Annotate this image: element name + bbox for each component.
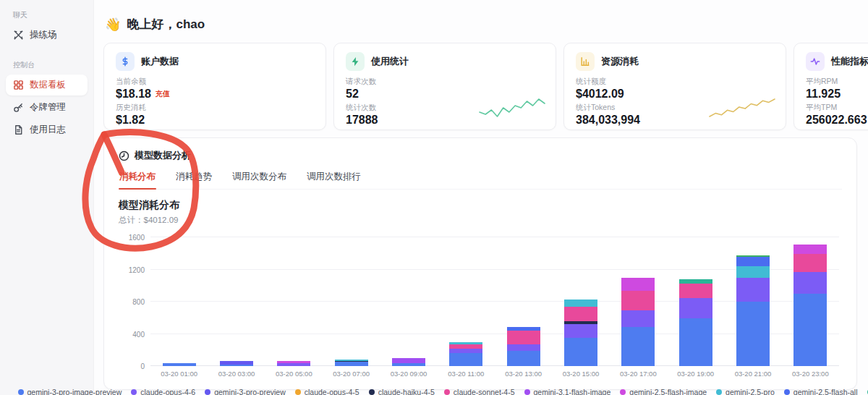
- bar-segment-gemini-2.5-flash-all: [736, 257, 770, 266]
- bar-03-20 13:00: [507, 327, 540, 366]
- stat-card-title: 性能指标: [831, 55, 868, 68]
- greeting: 👋 晚上好，chao: [105, 16, 868, 33]
- tab-call-count-ranking[interactable]: 调用次数排行: [306, 171, 362, 189]
- dollar-icon: [116, 52, 135, 71]
- bar-segment-gemini-3-pro-image-preview: [736, 302, 770, 366]
- legend-label: gemini-2.5-flash-all: [793, 388, 858, 395]
- legend-item-claude-opus-4-6[interactable]: claude-opus-4-6: [131, 388, 195, 395]
- legend-dot: [620, 389, 626, 395]
- bar-segment-gemini-3-pro-image-preview: [679, 318, 712, 366]
- y-tick-label: 0: [140, 362, 145, 370]
- bar-segment-claude-opus-4-6: [449, 349, 482, 354]
- chart-total: 总计：$4012.09: [119, 215, 842, 226]
- bar-segment-gemini-3-pro-image-preview: [793, 294, 827, 366]
- sidebar-item-token-management[interactable]: 令牌管理: [6, 97, 88, 118]
- stat-card-title: 使用统计: [371, 55, 409, 68]
- bar-03-20 11:00: [449, 342, 482, 366]
- analysis-title: 模型数据分析: [135, 149, 191, 162]
- app-window: 聊天操练场控制台数据看板令牌管理使用日志 👋 晚上好，chao 账户数据当前余额…: [0, 0, 868, 395]
- legend-label: gemini-2.5-flash-image: [629, 388, 707, 395]
- legend-dot: [444, 389, 450, 395]
- sidebar-item-playground[interactable]: 操练场: [6, 25, 88, 46]
- legend-dot: [205, 389, 210, 395]
- bar-segment-claude-sonnet-4-5: [621, 291, 655, 310]
- bar-03-20 09:00: [392, 358, 425, 366]
- stat-card-account: 账户数据当前余额$18.18充值历史消耗$1.82: [103, 43, 326, 130]
- sparkline-usage: [479, 98, 545, 121]
- stat-card-title: 资源消耗: [601, 55, 639, 68]
- x-tick-label: 03-20 19:00: [667, 370, 724, 378]
- file-icon: [13, 124, 24, 135]
- legend-item-claude-opus-4-5[interactable]: claude-opus-4-5: [295, 388, 359, 395]
- bar-segment-gemini-3-pro-image-preview: [621, 327, 655, 367]
- x-tick-label: 03-20 09:00: [380, 370, 437, 378]
- y-tick-label: 1200: [129, 266, 145, 273]
- bar-03-20 07:00: [335, 360, 368, 366]
- tab-consumption-trend[interactable]: 消耗趋势: [175, 171, 213, 189]
- bar-segment-claude-opus-4-6: [621, 310, 655, 327]
- greeting-text: 晚上好，chao: [127, 16, 205, 33]
- bar-segment-gemini-3-pro-image-preview: [449, 353, 482, 366]
- x-tick-label: 03-20 05:00: [265, 370, 323, 378]
- legend-item-gemini-3.1-flash-image[interactable]: gemini-3.1-flash-image: [524, 388, 611, 395]
- activity-icon: [806, 52, 825, 71]
- metric-label: 平均RPM: [806, 77, 868, 87]
- legend-label: gemini-3-pro-preview: [214, 388, 286, 395]
- metric-value: 256022.663: [806, 113, 868, 127]
- legend-label: claude-opus-4-6: [140, 388, 195, 395]
- recharge-link[interactable]: 充值: [156, 90, 170, 99]
- stat-card-resource: 资源消耗统计额度$4012.09统计Tokens384,033,994: [563, 43, 786, 130]
- sidebar-section-console: 控制台: [6, 57, 88, 75]
- metric-label: 统计额度: [576, 77, 774, 87]
- legend-item-gemini-3-pro-image-preview[interactable]: gemini-3-pro-image-preview: [18, 388, 122, 395]
- sidebar-item-dashboard[interactable]: 数据看板: [6, 75, 88, 95]
- stacked-bar-chart: 040080012001600: [150, 237, 839, 366]
- bar-segment-gemini-2.5-flash-image: [793, 245, 827, 254]
- x-tick-label: 03-20 13:00: [495, 370, 552, 378]
- legend-item-gemini-2.5-flash-image[interactable]: gemini-2.5-flash-image: [620, 388, 707, 395]
- tab-consumption-distribution[interactable]: 消耗分布: [119, 171, 156, 189]
- sidebar-item-label: 操练场: [30, 29, 57, 41]
- legend-label: gemini-3-pro-image-preview: [27, 388, 122, 395]
- dashboard-icon: [13, 80, 24, 90]
- x-tick-label: 03-20 23:00: [782, 370, 839, 378]
- legend-dot: [784, 389, 790, 395]
- bar-segment-gemini-3-pro-image-preview: [335, 362, 368, 366]
- legend-label: gemini-2.5-pro: [726, 388, 775, 395]
- bar-segment-claude-opus-4-6: [564, 324, 597, 338]
- legend-item-gemini-3-pro-preview[interactable]: gemini-3-pro-preview: [205, 388, 286, 395]
- x-tick-label: 03-20 03:00: [208, 370, 265, 378]
- sparkline-resource: [709, 98, 775, 121]
- bar-segment-claude-sonnet-4-5: [564, 307, 597, 322]
- bar-03-20 21:00: [736, 255, 770, 367]
- playground-icon: [13, 30, 24, 41]
- metric-label: 当前余额: [116, 77, 314, 87]
- sidebar-item-label: 令牌管理: [30, 101, 66, 114]
- x-tick-label: 03-20 21:00: [724, 370, 781, 378]
- analysis-header: 模型数据分析: [119, 149, 842, 162]
- bar-segment-gemini-2.5-flash-image: [621, 278, 655, 291]
- x-tick-label: 03-20 01:00: [150, 370, 208, 378]
- bar-segment-claude-sonnet-4-5: [793, 254, 827, 272]
- legend-item-gemini-2.5-pro[interactable]: gemini-2.5-pro: [716, 388, 775, 395]
- legend-item-claude-sonnet-4-5[interactable]: claude-sonnet-4-5: [444, 388, 515, 395]
- x-axis-labels: 03-20 01:0003-20 03:0003-20 05:0003-20 0…: [150, 370, 839, 378]
- legend-dot: [716, 389, 722, 395]
- bar-segment-gemini-3-pro-image-preview: [507, 351, 540, 366]
- sidebar-item-usage-logs[interactable]: 使用日志: [6, 119, 88, 140]
- model-analysis-card: 模型数据分析 消耗分布消耗趋势调用次数分布调用次数排行 模型消耗分布 总计：$4…: [103, 137, 857, 390]
- legend-item-claude-haiku-4-5[interactable]: claude-haiku-4-5: [369, 388, 435, 395]
- metric-value: $18.18充值: [116, 87, 314, 101]
- bar-03-20 03:00: [220, 361, 253, 366]
- legend-label: gemini-3.1-flash-image: [534, 388, 611, 395]
- y-tick-label: 400: [132, 330, 145, 338]
- legend-label: claude-haiku-4-5: [378, 388, 435, 395]
- legend-item-gemini-2.5-flash-all[interactable]: gemini-2.5-flash-all: [784, 388, 858, 395]
- key-icon: [13, 102, 24, 113]
- bar-03-20 05:00: [277, 361, 310, 366]
- bar-segment-claude-opus-4-6: [793, 272, 827, 294]
- bar-segment-claude-sonnet-4-5: [679, 284, 712, 298]
- bar-segment-gemini-3-pro-image-preview: [163, 363, 196, 366]
- tab-call-count-distribution[interactable]: 调用次数分布: [231, 171, 287, 189]
- bar-segment-gemini-3-pro-image-preview: [220, 365, 253, 366]
